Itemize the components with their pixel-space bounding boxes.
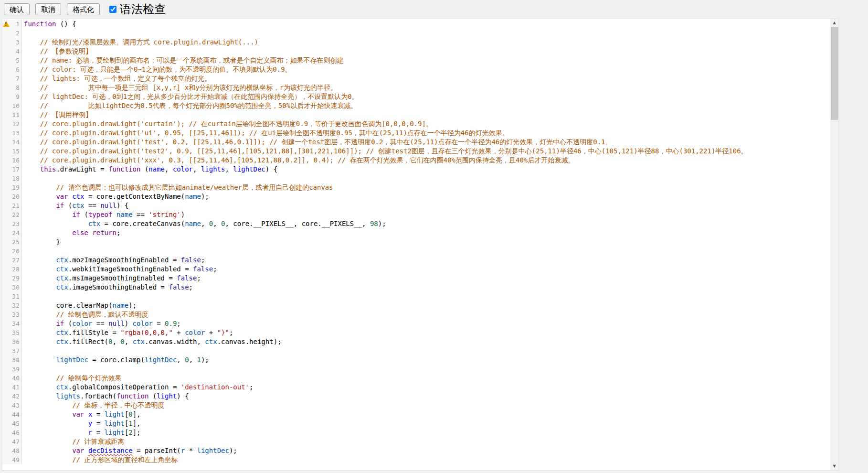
code-line-text[interactable]: // 坐标，半径，中心不透明度 [22,401,830,410]
code-line[interactable]: 28 ctx.webkitImageSmoothingEnabled = fal… [2,265,830,274]
code-line[interactable]: 21 if (ctx == null) { [2,201,830,210]
code-line-text[interactable]: // core.plugin.drawLight('xxx', 0.3, [[2… [22,156,830,165]
code-line-text[interactable]: ctx.fillRect(0, 0, ctx.canvas.width, ctx… [22,337,830,346]
code-line[interactable]: 48 var decDistance = parseInt(r * lightD… [2,446,830,455]
code-line[interactable]: 5 // name: 必填，要绘制到的画布名；可以是一个系统画布，或者是个自定义… [2,56,830,65]
code-line-text[interactable]: var ctx = core.getContextByName(name); [22,192,830,201]
code-line[interactable]: 24 else return; [2,228,830,237]
code-line[interactable]: 16 // core.plugin.drawLight('xxx', 0.3, … [2,156,830,165]
code-line[interactable]: 9 // lightDec: 可选，0到1之间，光从多少百分比才开始衰减（在此范… [2,92,830,101]
code-line[interactable]: 39 [2,365,830,374]
code-line-text[interactable]: y = light[1], [22,419,830,428]
confirm-button[interactable]: 确认 [4,3,30,15]
scroll-up-icon[interactable]: ▲ [830,19,838,27]
code-line-text[interactable]: var x = light[0], [22,410,830,419]
code-line[interactable]: 15 // core.plugin.drawLight('test2', 0.9… [2,147,830,156]
code-line-text[interactable]: // 其中每一项是三元组 [x,y,r] x和y分别为该灯光的横纵坐标，r为该灯… [22,83,830,92]
code-line-text[interactable]: lights.forEach(function (light) { [22,392,830,401]
code-line[interactable]: 29 ctx.msImageSmoothingEnabled = false; [2,274,830,283]
code-line[interactable]: 14 // core.plugin.drawLight('test', 0.2,… [2,138,830,147]
code-line-text[interactable]: // 绘制灯光/漆黑层效果。调用方式 core.plugin.drawLight… [22,38,830,47]
code-line-text[interactable]: ctx = core.createCanvas(name, 0, 0, core… [22,219,830,228]
code-line[interactable]: 12 // core.plugin.drawLight('curtain'); … [2,119,830,129]
code-line-text[interactable]: } [22,237,830,247]
code-line[interactable]: 13 // core.plugin.drawLight('ui', 0.95, … [2,129,830,138]
code-editor[interactable]: 1function () {23 // 绘制灯光/漆黑层效果。调用方式 core… [2,18,839,471]
code-line-text[interactable]: // 【调用样例】 [22,110,830,119]
code-line-text[interactable]: if (ctx == null) { [22,201,830,210]
code-line[interactable]: 32 core.clearMap(name); [2,301,830,310]
code-line-text[interactable]: // core.plugin.drawLight('ui', 0.95, [[2… [22,129,830,138]
code-line-text[interactable]: lightDec = core.clamp(lightDec, 0, 1); [22,355,830,365]
syntax-check-checkbox[interactable] [109,6,116,13]
code-line[interactable]: 46 r = light[2]; [2,428,830,437]
code-line-text[interactable]: // name: 必填，要绘制到的画布名；可以是一个系统画布，或者是个自定义画布… [22,56,830,65]
code-line[interactable]: 7 // lights: 可选，一个数组，定义了每个独立的灯光。 [2,74,830,83]
code-line-text[interactable]: if (color == null) color = 0.9; [22,319,830,328]
code-line[interactable]: 36 ctx.fillRect(0, 0, ctx.canvas.width, … [2,337,830,346]
code-line[interactable]: 43 // 坐标，半径，中心不透明度 [2,401,830,410]
code-line-text[interactable]: r = light[2]; [22,428,830,437]
code-line[interactable]: 42 lights.forEach(function (light) { [2,392,830,401]
code-line[interactable]: 26 [2,247,830,256]
code-line[interactable]: 31 [2,292,830,301]
code-line[interactable]: 37 [2,346,830,355]
code-line-text[interactable]: core.clearMap(name); [22,301,830,310]
code-line[interactable]: 10 // 比如lightDec为0.5代表，每个灯光部分内圈50%的范围全亮，… [2,101,830,110]
code-line[interactable]: 4 // 【参数说明】 [2,47,830,56]
code-line-text[interactable]: this.drawLight = function (name, color, … [22,165,830,174]
code-line[interactable]: 25 } [2,237,830,247]
code-line[interactable]: 44 var x = light[0], [2,410,830,419]
code-line[interactable]: 18 [2,174,830,183]
code-line[interactable]: 22 if (typeof name == 'string') [2,210,830,219]
code-line[interactable]: 49 // 正方形区域的直径和左上角坐标 [2,455,830,464]
scrollbar-thumb[interactable] [831,27,838,120]
code-line-text[interactable]: else return; [22,228,830,237]
code-line[interactable]: 19 // 清空色调层；也可以修改成其它层比如animate/weather层，… [2,183,830,192]
code-line-text[interactable]: // 清空色调层；也可以修改成其它层比如animate/weather层，或者用… [22,183,830,192]
code-line-text[interactable]: // lightDec: 可选，0到1之间，光从多少百分比才开始衰减（在此范围内… [22,92,830,101]
code-line[interactable]: 17 this.drawLight = function (name, colo… [2,165,830,174]
code-line[interactable]: 1function () { [2,20,830,29]
code-line[interactable]: 40 // 绘制每个灯光效果 [2,374,830,383]
code-line[interactable]: 34 if (color == null) color = 0.9; [2,319,830,328]
cancel-button[interactable]: 取消 [35,3,61,15]
code-line-text[interactable]: ctx.imageSmoothingEnabled = false; [22,283,830,292]
code-line-text[interactable]: // core.plugin.drawLight('curtain'); // … [22,119,830,129]
code-line-text[interactable]: // 比如lightDec为0.5代表，每个灯光部分内圈50%的范围全亮，50%… [22,101,830,110]
code-lines[interactable]: 1function () {23 // 绘制灯光/漆黑层效果。调用方式 core… [2,19,830,470]
code-line[interactable]: 11 // 【调用样例】 [2,110,830,119]
code-line-text[interactable]: // lights: 可选，一个数组，定义了每个独立的灯光。 [22,74,830,83]
code-line-text[interactable]: function () { [22,20,830,29]
code-line[interactable]: 6 // color: 可选，只能是一个0~1之间的数，为不透明度的值。不填则默… [2,65,830,74]
code-line-text[interactable]: ctx.fillStyle = "rgba(0,0,0," + color + … [22,328,830,337]
code-line-text[interactable]: if (typeof name == 'string') [22,210,830,219]
code-line-text[interactable]: var decDistance = parseInt(r * lightDec)… [22,446,830,455]
code-line[interactable]: 2 [2,29,830,38]
code-line[interactable]: 33 // 绘制色调层，默认不透明度 [2,310,830,319]
code-line-text[interactable]: // 【参数说明】 [22,47,830,56]
code-line-text[interactable]: ctx.webkitImageSmoothingEnabled = false; [22,265,830,274]
code-line[interactable]: 20 var ctx = core.getContextByName(name)… [2,192,830,201]
code-line[interactable]: 35 ctx.fillStyle = "rgba(0,0,0," + color… [2,328,830,337]
code-line-text[interactable]: ctx.msImageSmoothingEnabled = false; [22,274,830,283]
format-button[interactable]: 格式化 [67,3,100,15]
code-line-text[interactable]: // core.plugin.drawLight('test', 0.2, [[… [22,138,830,147]
code-line-text[interactable]: // 计算衰减距离 [22,437,830,446]
code-line-text[interactable]: // 绘制色调层，默认不透明度 [22,310,830,319]
code-line[interactable]: 41 ctx.globalCompositeOperation = 'desti… [2,383,830,392]
code-line[interactable]: 8 // 其中每一项是三元组 [x,y,r] x和y分别为该灯光的横纵坐标，r为… [2,83,830,92]
code-line[interactable]: 38 lightDec = core.clamp(lightDec, 0, 1)… [2,355,830,365]
code-line[interactable]: 47 // 计算衰减距离 [2,437,830,446]
code-line-text[interactable]: // 正方形区域的直径和左上角坐标 [22,455,830,464]
code-line-text[interactable]: ctx.globalCompositeOperation = 'destinat… [22,383,830,392]
code-line[interactable]: 30 ctx.imageSmoothingEnabled = false; [2,283,830,292]
code-line[interactable]: 23 ctx = core.createCanvas(name, 0, 0, c… [2,219,830,228]
code-line-text[interactable]: // color: 可选，只能是一个0~1之间的数，为不透明度的值。不填则默认为… [22,65,830,74]
code-line[interactable]: 45 y = light[1], [2,419,830,428]
code-line-text[interactable]: // 绘制每个灯光效果 [22,374,830,383]
scroll-down-icon[interactable]: ▼ [830,462,838,470]
code-line[interactable]: 3 // 绘制灯光/漆黑层效果。调用方式 core.plugin.drawLig… [2,38,830,47]
code-line-text[interactable]: // core.plugin.drawLight('test2', 0.9, [… [22,147,830,156]
code-line[interactable]: 27 ctx.mozImageSmoothingEnabled = false; [2,256,830,265]
